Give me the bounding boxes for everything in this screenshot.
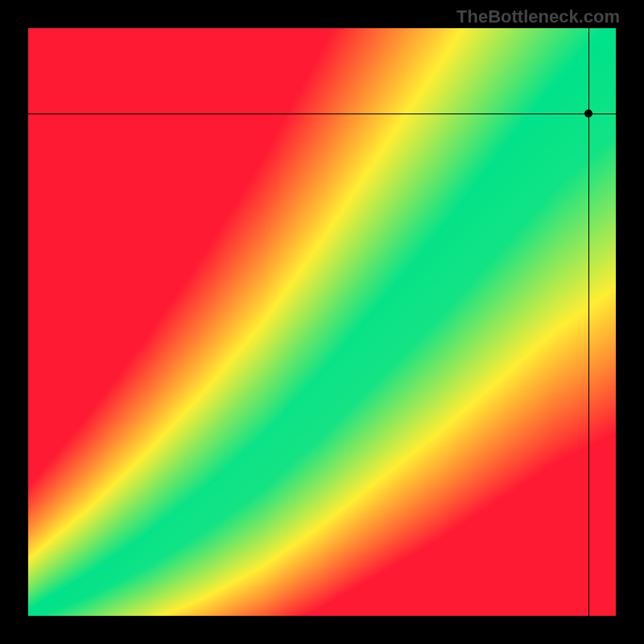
plot-area (28, 28, 616, 616)
watermark-text: TheBottleneck.com (456, 6, 620, 27)
chart-container: TheBottleneck.com (0, 0, 644, 644)
heatmap-canvas (28, 28, 616, 616)
crosshair-horizontal (28, 114, 616, 114)
selection-marker (584, 109, 592, 118)
